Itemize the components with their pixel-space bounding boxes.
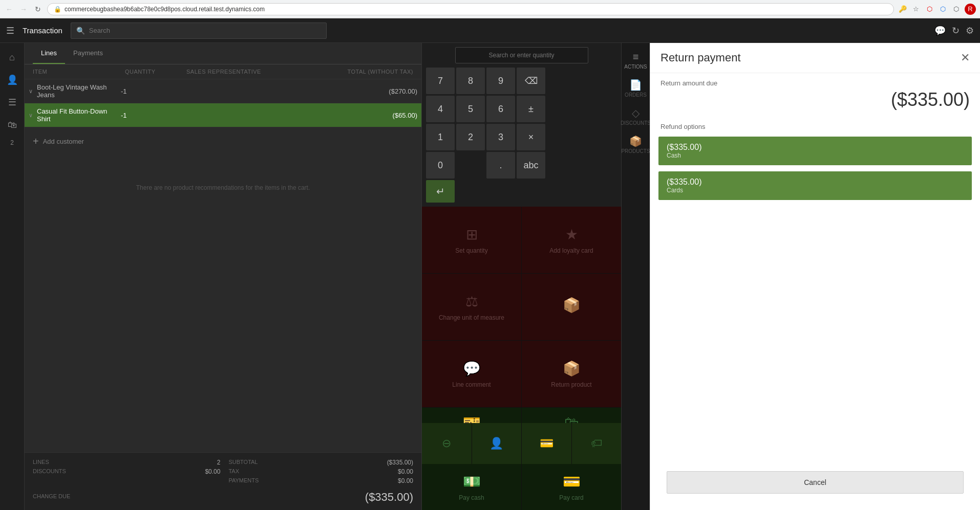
loyalty-label: Add loyalty card [549, 247, 593, 254]
numpad-1[interactable]: 1 [426, 124, 455, 150]
refund-cards-amount: ($335.00) [667, 178, 964, 187]
refresh-nav-icon[interactable]: ↻ [952, 25, 960, 36]
key-icon: 🔑 [898, 5, 907, 14]
side-actions[interactable]: ≡ ACTIONS [624, 47, 648, 74]
expand-icon[interactable]: ∨ [29, 88, 33, 95]
cash-icon: 💵 [463, 473, 481, 490]
return-amount-label: Return amount due [650, 73, 980, 89]
sidebar-item-user[interactable]: 👤 [2, 70, 23, 90]
search-box[interactable]: 🔍 [71, 23, 327, 39]
table-row[interactable]: ∨ Casual Fit Button-Down Shirt -1 ($65.0… [25, 103, 421, 127]
table-area: ITEM QUANTITY SALES REPRESENTATIVE TOTAL… [25, 64, 421, 452]
add-customer-label: Add customer [43, 138, 84, 145]
discounts-label: DISCOUNTS [33, 468, 66, 475]
small-tile-2[interactable]: 💳 [522, 423, 571, 464]
expand-icon[interactable]: ∨ [29, 112, 33, 119]
small-tile-1[interactable]: 👤 [472, 423, 522, 464]
numpad-enter[interactable]: ↵ [426, 180, 455, 203]
tabs: Lines Payments [25, 43, 421, 64]
add-customer[interactable]: + Add customer [25, 127, 421, 156]
numpad-dot[interactable]: . [486, 152, 515, 179]
search-input[interactable] [89, 27, 321, 34]
right-panel: 7 8 9 ⌫ 4 5 6 ± 1 2 3 × 0 . abc ↵ ⊞ [421, 43, 621, 510]
tab-payments[interactable]: Payments [65, 43, 111, 64]
sidebar-item-list[interactable]: ☰ [2, 92, 23, 113]
settings-icon[interactable]: ⚙ [966, 25, 974, 36]
change-unit-label: Change unit of measure [439, 314, 504, 321]
numpad-0[interactable]: 0 [426, 152, 455, 179]
star-icon[interactable]: ☆ [911, 5, 921, 14]
small-tile-3[interactable]: 🏷 [572, 423, 622, 464]
action-pay-card[interactable]: 💳 Pay card [522, 464, 621, 510]
refund-option-cards[interactable]: ($335.00) Cards [658, 171, 972, 200]
lines-label: LINES [33, 459, 66, 466]
set-quantity-label: Set quantity [455, 247, 487, 254]
refresh-button[interactable]: ↻ [33, 4, 43, 14]
url-bar[interactable]: 🔒 commercebugbashea9b6abc78e0c9d8pos.clo… [47, 3, 894, 15]
actions-icon: ≡ [633, 51, 639, 63]
action-grid: ⊞ Set quantity ★ Add loyalty card ⚖ Chan… [422, 207, 621, 423]
side-orders[interactable]: 📄 ORDERS [624, 75, 648, 102]
loyalty-icon: ★ [565, 226, 578, 243]
tax-value: $0.00 [267, 468, 413, 475]
numpad-abc[interactable]: abc [517, 152, 545, 179]
action-gift-cards[interactable]: 🎫 Gift cards [422, 408, 521, 423]
action-set-quantity[interactable]: ⊞ Set quantity [422, 207, 521, 273]
sidebar-item-home[interactable]: ⌂ [2, 47, 23, 68]
menu-icon[interactable]: ☰ [6, 25, 14, 36]
table-row[interactable]: ∨ Boot-Leg Vintage Wash Jeans -1 ($270.0… [25, 79, 421, 103]
numpad-plusminus[interactable]: ± [517, 96, 545, 122]
quantity-search-input[interactable] [455, 47, 588, 63]
top-nav: ☰ Transaction 🔍 💬 ↻ ⚙ [0, 18, 980, 43]
side-icon-bar: ≡ ACTIONS 📄 ORDERS ◇ DISCOUNTS 📦 PRODUCT… [621, 43, 650, 510]
action-add-loyalty[interactable]: ★ Add loyalty card [522, 207, 621, 273]
cancel-button[interactable]: Cancel [667, 471, 964, 494]
refund-cash-type: Cash [667, 152, 964, 159]
numpad-8[interactable]: 8 [456, 68, 485, 94]
change-due-label: CHANGE DUE [33, 493, 70, 499]
chat-icon[interactable]: 💬 [934, 25, 946, 36]
rec-text: There are no product recommendations for… [136, 184, 310, 191]
tag-icon: 🏷 [591, 437, 602, 450]
user2-icon: 👤 [489, 437, 503, 450]
ext-icon3: ⬡ [951, 5, 961, 14]
side-products[interactable]: 📦 PRODUCTS [624, 131, 648, 158]
numpad-backspace[interactable]: ⌫ [517, 68, 545, 94]
side-discounts[interactable]: ◇ DISCOUNTS [624, 103, 648, 130]
sidebar-badge: 2 [10, 139, 14, 146]
action-line-comment[interactable]: 💬 Line comment [422, 341, 521, 407]
numpad-4[interactable]: 4 [426, 96, 455, 122]
tab-lines[interactable]: Lines [33, 43, 65, 64]
user-icon[interactable]: R [965, 4, 976, 15]
action-transaction-options[interactable]: 🛍 Transaction options [522, 408, 621, 423]
numpad-9[interactable]: 9 [486, 68, 515, 94]
numpad-6[interactable]: 6 [486, 96, 515, 122]
forward-button[interactable]: → [18, 4, 29, 14]
numpad-7[interactable]: 7 [426, 68, 455, 94]
package-icon: 📦 [563, 297, 581, 314]
numpad-2[interactable]: 2 [456, 124, 485, 150]
plus-icon: + [33, 136, 39, 147]
refund-option-cash[interactable]: ($335.00) Cash [658, 137, 972, 165]
return-header: Return payment ✕ [650, 43, 980, 73]
action-pay-cash[interactable]: 💵 Pay cash [422, 464, 521, 510]
browser-actions: 🔑 ☆ ⬡ ⬡ ⬡ R [898, 4, 976, 15]
product-recommendation: There are no product recommendations for… [25, 176, 421, 199]
numpad-multiply[interactable]: × [517, 124, 545, 150]
action-return-product[interactable]: 📦 Return product [522, 341, 621, 407]
payments-value: $0.00 [267, 477, 413, 484]
small-tile-0[interactable]: ⊖ [422, 423, 472, 464]
back-button[interactable]: ← [4, 4, 14, 14]
actions-label: ACTIONS [624, 64, 647, 70]
discounts-icon: ◇ [632, 107, 640, 119]
action-change-unit[interactable]: ⚖ Change unit of measure [422, 274, 521, 340]
numpad-5[interactable]: 5 [456, 96, 485, 122]
return-icon: 📦 [563, 360, 581, 377]
action-package[interactable]: 📦 [522, 274, 621, 340]
products-icon: 📦 [629, 135, 642, 147]
col-item: ITEM [33, 69, 125, 75]
sidebar-item-bag[interactable]: 🛍 [2, 115, 23, 135]
line-comment-label: Line comment [452, 381, 491, 388]
close-button[interactable]: ✕ [961, 51, 970, 64]
numpad-3[interactable]: 3 [486, 124, 515, 150]
